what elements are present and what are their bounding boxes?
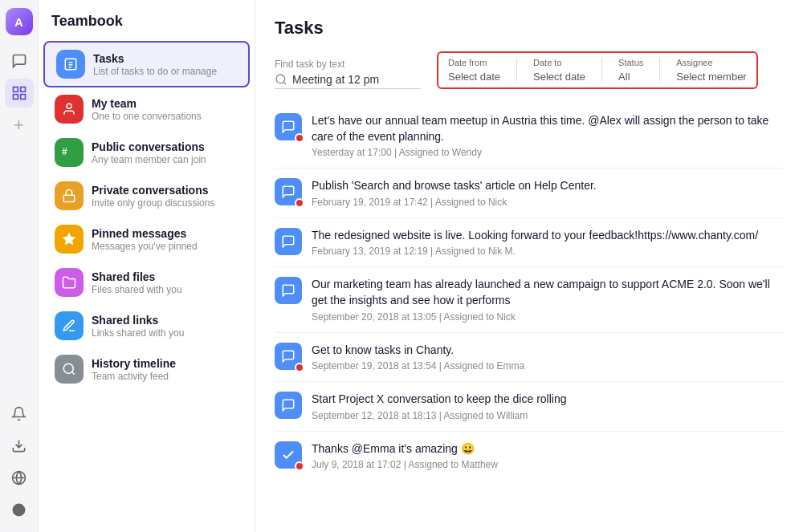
sidebar-item-sub-tasks: List of tasks to do or manage	[93, 66, 217, 77]
task-meta: February 19, 2019 at 17:42 | Assigned to…	[312, 197, 784, 208]
task-icon	[275, 113, 302, 140]
sidebar-item-pinned[interactable]: Pinned messages Messages you've pinned	[43, 217, 250, 261]
filter-divider-1	[516, 58, 517, 83]
svg-point-16	[63, 363, 73, 373]
add-icon[interactable]: +	[5, 111, 34, 140]
svg-point-7	[13, 503, 26, 516]
svg-point-18	[276, 75, 285, 83]
sidebar-item-my-team[interactable]: My team One to one conversations	[43, 87, 250, 131]
sidebar-item-shared-files[interactable]: Shared files Files shared with you	[43, 261, 250, 304]
main-content: Tasks Find task by text Date from Select…	[255, 0, 803, 532]
sidebar-item-title-my-team: My team	[92, 97, 202, 110]
svg-rect-2	[13, 95, 18, 99]
download-icon[interactable]	[5, 431, 34, 460]
sidebar-item-icon-private	[55, 181, 84, 210]
priority-dot	[295, 198, 304, 208]
sidebar-item-sub-private: Invite only group discussions	[92, 197, 214, 209]
task-body: The redesigned website is live. Looking …	[312, 228, 784, 258]
task-item[interactable]: Publish 'Search and browse tasks' articl…	[275, 169, 784, 218]
sidebar-item-text-shared-files: Shared files Files shared with you	[92, 270, 182, 295]
task-icon	[275, 178, 302, 205]
sidebar-item-title-history: History timeline	[92, 357, 176, 370]
task-item[interactable]: Start Project X conversation to keep the…	[275, 382, 784, 432]
sidebar-item-title-tasks: Tasks	[93, 52, 217, 65]
sidebar-title: Teambook	[39, 13, 255, 41]
sidebar-item-text-pinned: Pinned messages Messages you've pinned	[92, 227, 198, 252]
sidebar-item-icon-history	[55, 355, 84, 384]
sidebar-item-sub-pinned: Messages you've pinned	[92, 241, 198, 252]
svg-marker-15	[63, 234, 75, 245]
priority-dot	[295, 461, 304, 471]
svg-rect-3	[20, 95, 25, 99]
task-meta: September 19, 2018 at 13:54 | Assigned t…	[312, 360, 784, 372]
search-input[interactable]	[292, 73, 421, 86]
assignee-value[interactable]: Select member	[676, 71, 746, 83]
task-title: Start Project X conversation to keep the…	[312, 392, 784, 408]
bell-icon[interactable]	[5, 399, 34, 428]
task-meta: September 20, 2018 at 13:05 | Assigned t…	[312, 311, 784, 323]
sidebar-item-history[interactable]: History timeline Team activity feed	[43, 347, 250, 391]
sidebar-item-title-private: Private conversations	[92, 184, 214, 197]
sidebar-item-sub-my-team: One to one conversations	[92, 111, 202, 122]
date-from-value[interactable]: Select date	[448, 71, 500, 83]
page-title: Tasks	[275, 18, 784, 39]
sidebar-item-title-shared-files: Shared files	[92, 270, 182, 283]
sidebar-item-icon-pinned	[55, 225, 84, 254]
sidebar-item-text-my-team: My team One to one conversations	[92, 97, 202, 122]
avatar[interactable]: A	[6, 8, 33, 35]
task-item[interactable]: Our marketing team has already launched …	[275, 267, 784, 332]
tasks-nav-icon[interactable]	[5, 79, 34, 108]
task-list: Let's have our annual team meetup in Aus…	[275, 104, 784, 480]
sidebar-item-sub-history: Team activity feed	[92, 371, 176, 382]
task-body: Let's have our annual team meetup in Aus…	[312, 113, 784, 158]
task-item[interactable]: Thanks @Emma it's amazing 😀 July 9, 2018…	[275, 432, 784, 481]
sidebar-item-sub-public: Any team member can join	[92, 154, 206, 165]
task-item[interactable]: The redesigned website is live. Looking …	[275, 218, 784, 268]
search-section: Find task by text	[275, 59, 421, 89]
task-body: Our marketing team has already launched …	[312, 277, 784, 322]
sidebar-item-icon-tasks	[56, 50, 85, 79]
sidebar-item-icon-shared-links	[55, 311, 84, 340]
task-icon	[275, 277, 302, 304]
sidebar-item-sub-shared-files: Files shared with you	[92, 284, 182, 295]
user-circle-icon[interactable]	[5, 495, 34, 524]
status-value[interactable]: All	[618, 71, 643, 83]
globe-icon[interactable]	[5, 463, 34, 492]
date-to-value[interactable]: Select date	[533, 71, 585, 83]
sidebar-item-icon-public: #	[55, 138, 84, 167]
sidebar-item-tasks[interactable]: Tasks List of tasks to do or manage	[43, 41, 250, 87]
sidebar-item-text-history: History timeline Team activity feed	[92, 357, 176, 382]
sidebar: Teambook Tasks List of tasks to do or ma…	[39, 0, 255, 532]
assignee-label: Assignee	[676, 58, 746, 67]
sidebar-item-public[interactable]: # Public conversations Any team member c…	[43, 131, 250, 174]
task-icon	[275, 441, 302, 469]
filter-group: Date from Select date Date to Select dat…	[437, 51, 758, 89]
date-to-filter: Date to Select date	[533, 58, 585, 83]
sidebar-item-private[interactable]: Private conversations Invite only group …	[43, 174, 250, 217]
svg-point-12	[67, 104, 71, 108]
status-label: Status	[618, 58, 643, 67]
task-body: Get to know tasks in Chanty. September 1…	[312, 343, 784, 372]
filter-divider-2	[601, 58, 602, 83]
sidebar-item-text-private: Private conversations Invite only group …	[92, 184, 214, 209]
svg-rect-1	[20, 87, 25, 92]
search-icon	[275, 73, 287, 86]
task-item[interactable]: Let's have our annual team meetup in Aus…	[275, 104, 784, 169]
task-icon	[275, 343, 302, 370]
svg-rect-14	[63, 195, 75, 201]
chat-nav-icon[interactable]	[5, 47, 34, 75]
date-from-label: Date from	[448, 58, 500, 67]
sidebar-item-icon-my-team	[55, 95, 84, 124]
search-input-wrap	[275, 73, 421, 89]
priority-dot	[295, 363, 304, 372]
task-meta: July 9, 2018 at 17:02 | Assigned to Matt…	[312, 459, 784, 470]
task-icon	[275, 228, 302, 255]
svg-line-17	[71, 372, 74, 374]
sidebar-item-title-pinned: Pinned messages	[92, 227, 198, 240]
sidebar-item-shared-links[interactable]: Shared links Links shared with you	[43, 304, 250, 347]
task-link[interactable]: https://www.chanty.com/	[638, 229, 758, 242]
task-item[interactable]: Get to know tasks in Chanty. September 1…	[275, 333, 784, 383]
task-meta: Yesterday at 17:00 | Assigned to Wendy	[312, 147, 784, 158]
svg-line-19	[283, 82, 286, 84]
task-body: Thanks @Emma it's amazing 😀 July 9, 2018…	[312, 441, 784, 471]
